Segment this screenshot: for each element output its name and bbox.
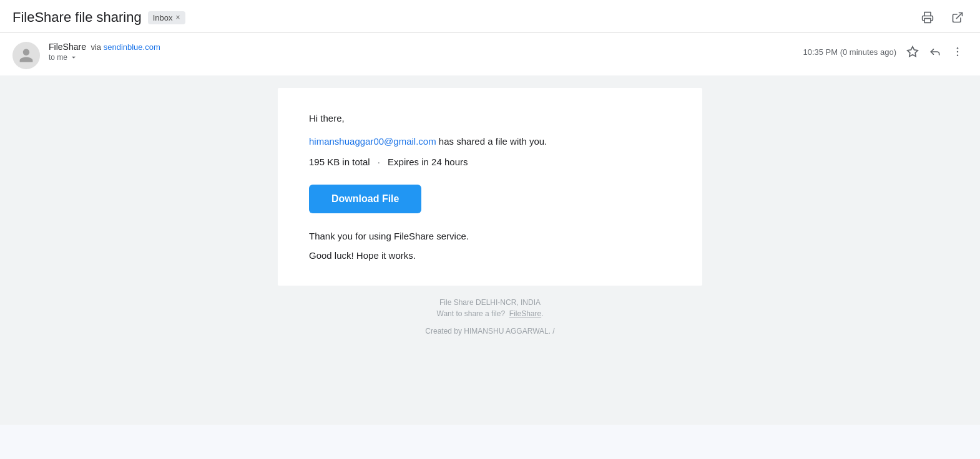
timestamp: 10:35 PM (0 minutes ago) bbox=[803, 47, 896, 57]
footer-share-prompt: Want to share a file? FileShare. bbox=[25, 309, 955, 318]
footer-share-prompt-text: Want to share a file? bbox=[437, 309, 506, 318]
inbox-badge-close[interactable]: × bbox=[175, 13, 180, 22]
svg-marker-2 bbox=[908, 47, 918, 57]
share-email-link[interactable]: himanshuaggar00@gmail.com bbox=[309, 136, 436, 147]
star-button[interactable] bbox=[903, 42, 923, 62]
svg-rect-0 bbox=[924, 19, 931, 23]
email-footer: File Share DELHI-NCR, INDIA Want to shar… bbox=[12, 286, 968, 354]
share-text: has shared a file with you. bbox=[436, 136, 547, 147]
footer-created: Created by HIMANSHU AGGARWAL. / bbox=[25, 327, 955, 336]
svg-line-1 bbox=[956, 13, 962, 19]
external-link-icon bbox=[951, 11, 964, 24]
dot-separator: · bbox=[378, 157, 380, 167]
more-options-button[interactable] bbox=[948, 42, 968, 62]
star-icon bbox=[906, 46, 919, 58]
expiry: Expires in 24 hours bbox=[388, 157, 468, 167]
email-subject: FileShare file sharing bbox=[12, 9, 142, 26]
external-link-button[interactable] bbox=[948, 7, 968, 27]
email-content-card: Hi there, himanshuaggar00@gmail.com has … bbox=[278, 88, 702, 286]
reply-icon bbox=[929, 46, 941, 58]
sender-name-line: FileShare via sendinblue.com bbox=[49, 42, 160, 52]
svg-point-5 bbox=[957, 55, 959, 57]
top-bar-right bbox=[918, 7, 968, 27]
sender-name: FileShare bbox=[49, 42, 86, 52]
print-button[interactable] bbox=[918, 7, 938, 27]
chevron-down-icon bbox=[69, 53, 78, 62]
footer-share-link[interactable]: FileShare bbox=[509, 309, 541, 318]
svg-point-3 bbox=[957, 47, 959, 49]
to-me[interactable]: to me bbox=[49, 53, 160, 62]
footer-company: File Share DELHI-NCR, INDIA bbox=[25, 298, 955, 307]
avatar-icon bbox=[18, 47, 34, 64]
top-bar: FileShare file sharing Inbox × bbox=[0, 0, 980, 33]
email-header-left: FileShare via sendinblue.com to me bbox=[12, 42, 160, 69]
reply-button[interactable] bbox=[925, 42, 945, 62]
share-line: himanshuaggar00@gmail.com has shared a f… bbox=[309, 136, 671, 147]
email-header: FileShare via sendinblue.com to me 10:35… bbox=[0, 33, 980, 75]
avatar bbox=[12, 42, 40, 69]
header-actions bbox=[903, 42, 968, 62]
file-info: 195 KB in total · Expires in 24 hours bbox=[309, 157, 671, 167]
print-icon bbox=[921, 11, 934, 24]
greeting: Hi there, bbox=[309, 113, 671, 123]
good-luck: Good luck! Hope it works. bbox=[309, 250, 671, 261]
thank-you: Thank you for using FileShare service. bbox=[309, 231, 671, 241]
file-size: 195 KB in total bbox=[309, 157, 370, 167]
email-header-right: 10:35 PM (0 minutes ago) bbox=[803, 42, 968, 62]
inbox-badge: Inbox × bbox=[148, 11, 185, 24]
inbox-label: Inbox bbox=[153, 13, 173, 22]
email-body-wrapper: Hi there, himanshuaggar00@gmail.com has … bbox=[0, 75, 980, 425]
more-options-icon bbox=[951, 46, 964, 58]
svg-point-4 bbox=[957, 51, 959, 53]
sender-info: FileShare via sendinblue.com to me bbox=[49, 42, 160, 62]
sender-via-link[interactable]: sendinblue.com bbox=[104, 42, 160, 52]
download-file-button[interactable]: Download File bbox=[309, 185, 421, 213]
top-bar-left: FileShare file sharing Inbox × bbox=[12, 9, 185, 26]
sender-via-text: via sendinblue.com bbox=[89, 42, 160, 52]
